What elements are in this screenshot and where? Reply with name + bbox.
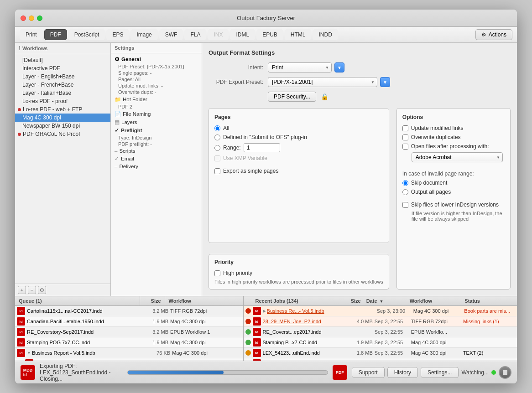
error-icon (245, 319, 251, 324)
support-button[interactable]: Support (352, 367, 385, 378)
workflow-options-button[interactable]: ⚙ (38, 286, 46, 294)
pages-range-label: Range: (223, 145, 241, 151)
priority-note: Files in high priority workflows are pro… (214, 279, 383, 284)
skip-doc-radio[interactable] (402, 180, 408, 186)
tab-pdf[interactable]: PDF (44, 29, 67, 40)
settings-general[interactable]: ⚙ General (111, 55, 202, 63)
settings-sub-single: Single pages: - (111, 70, 202, 76)
settings-button[interactable]: Settings... (421, 367, 459, 378)
settings-hot-folder[interactable]: 📁 Hot Folder (111, 95, 202, 103)
queue-left-list: Id Cartolina115x1...nal-CC2017.indd 3.2 … (15, 306, 244, 361)
error-icon (245, 308, 251, 314)
queue-row[interactable]: Id Cartolina115x1...nal-CC2017.indd 3.2 … (15, 306, 243, 316)
settings-scripts[interactable]: – Scripts (111, 147, 202, 155)
tab-postscript[interactable]: PostScript (68, 29, 105, 40)
recent-job-row[interactable]: Id ▶ Business Re...- Vol.5.indb Sep 3, 2… (244, 306, 517, 316)
indd-icon: Id (253, 307, 261, 315)
recent-job-row[interactable]: Id LEX_54123...uthEnd.indd 1.8 MB Sep 3,… (244, 348, 517, 358)
tab-fla[interactable]: FLA (184, 29, 206, 40)
settings-delivery[interactable]: – Delivery (111, 163, 202, 170)
intent-dropdown-btn[interactable]: ▼ (334, 62, 344, 72)
sidebar-item-pdf-gracol[interactable]: PDF GRACoL No Proof (15, 130, 110, 138)
pdf-preset-select[interactable]: [PDF/X-1a:2001] (268, 77, 377, 87)
open-files-checkbox[interactable] (402, 144, 408, 150)
queue-row[interactable]: Id Stamping POG 7x7-CC.indd 1.9 MB Mag 4… (15, 337, 243, 348)
pdf-security-button[interactable]: PDF Security... (268, 92, 316, 102)
output-all-radio[interactable] (402, 189, 408, 195)
pdf-preset-label: PDF Export Preset: (209, 79, 263, 85)
recent-job-row[interactable]: Id RE_Coverst...ep2017.indd Sep 3, 22:55… (244, 327, 517, 337)
recent-job-row[interactable]: Id Stamping P...x7-CC.indd 1.9 MB Sep 3,… (244, 337, 517, 348)
pages-defined-radio[interactable] (214, 134, 220, 140)
pages-range-input[interactable] (244, 143, 280, 152)
settings-label: Layers (121, 119, 137, 125)
recent-job-row[interactable]: Id 28_29_MEN_Joe_P2.indd 4.0 MB Sep 3, 2… (244, 316, 517, 327)
tab-epub[interactable]: EPUB (256, 29, 283, 40)
file-workflow: EPUB Workflow 1 (170, 329, 241, 335)
intent-select-wrapper: Print (268, 62, 332, 72)
overwrite-dups-checkbox[interactable] (402, 134, 408, 140)
ok-icon (245, 329, 251, 335)
progress-bar (127, 370, 328, 375)
job-status: TEXT (2) (463, 350, 515, 356)
tab-html[interactable]: HTML (285, 29, 312, 40)
sidebar-item-mag4c[interactable]: Mag 4C 300 dpi (15, 114, 110, 122)
settings-sub-dups: Overwrite dups: - (111, 89, 202, 95)
intent-control: Print ▼ (268, 62, 344, 72)
sidebar-item-lores-web[interactable]: Lo-res PDF - web + FTP (15, 105, 110, 114)
update-links-checkbox[interactable] (402, 125, 408, 131)
pages-range-radio[interactable] (214, 145, 220, 151)
sidebar-item-layer-italian[interactable]: Layer - Italian+Base (15, 89, 110, 97)
tab-image[interactable]: Image (130, 29, 157, 40)
job-date: Sep 3, 22:55 (375, 319, 411, 324)
sidebar-item-layer-french[interactable]: Layer - French+Base (15, 81, 110, 89)
sidebar-item-lores-proof[interactable]: Lo-res PDF - proof (15, 97, 110, 105)
open-with-row: Adobe Acrobat (412, 152, 505, 162)
settings-preflight[interactable]: ✓ Preflight (111, 126, 202, 134)
toolbar: Print PDF PostScript EPS Image SWF FLA I… (15, 27, 517, 43)
tab-swf[interactable]: SWF (159, 29, 183, 40)
queue-row[interactable]: Id Canadian-Pacifi...etable-1950.indd 1.… (15, 316, 243, 327)
queue-row[interactable]: Id RE_Coverstory-Sep2017.indd 3.2 MB EPU… (15, 327, 243, 337)
intent-select[interactable]: Print (268, 62, 332, 72)
sidebar-item-interactive-pdf[interactable]: Interactive PDF (15, 64, 110, 72)
indd-icon: Id (17, 307, 25, 315)
remove-workflow-button[interactable]: − (28, 286, 36, 294)
job-date: Sep 3, 22:55 (375, 350, 411, 356)
export-single-checkbox[interactable] (214, 168, 220, 174)
tab-idml[interactable]: IDML (230, 29, 255, 40)
close-button[interactable] (21, 16, 26, 21)
actions-button[interactable]: ⚙ Actions (475, 29, 512, 40)
sidebar-item-label: PDF GRACoL No Proof (23, 131, 80, 137)
sidebar-item-layer-english[interactable]: Layer - English+Base (15, 72, 110, 81)
pdf-preset-dropdown-btn[interactable]: ▼ (380, 77, 390, 87)
add-workflow-button[interactable]: + (18, 286, 26, 294)
indd-icon: Id (253, 349, 261, 357)
stop-button[interactable] (499, 366, 511, 379)
job-workflow: Mag 4C 300 dpi (411, 340, 463, 345)
file-name: Cartolina115x1...nal-CC2017.indd (27, 308, 145, 314)
tab-print[interactable]: Print (20, 29, 43, 40)
maximize-button[interactable] (37, 16, 42, 21)
sidebar-item-newspaper[interactable]: Newspaper BW 150 dpi (15, 122, 110, 130)
pages-all-radio[interactable] (214, 125, 220, 131)
high-priority-checkbox[interactable] (214, 270, 220, 276)
sidebar-item-default[interactable]: [Default] (15, 56, 110, 64)
queue-left-header: Queue (1) Size Workflow (15, 296, 244, 305)
tab-eps[interactable]: EPS (106, 29, 129, 40)
settings-sub-links: Update mod. links: - (111, 83, 202, 89)
open-with-select[interactable]: Adobe Acrobat (412, 152, 503, 162)
invalid-range-group: In case of invalid page range: Skip docu… (402, 171, 505, 198)
skip-files-checkbox[interactable] (402, 202, 408, 208)
pages-defined-label: Defined in "Submit to OFS" plug-in (223, 134, 307, 140)
settings-layers[interactable]: ▤ Layers (111, 118, 202, 126)
high-priority-label: High priority (223, 270, 252, 276)
settings-file-naming[interactable]: 📄 File Naming (111, 110, 202, 118)
minimize-button[interactable] (29, 16, 34, 21)
history-button[interactable]: History (387, 367, 418, 378)
tab-indd[interactable]: INDD (313, 29, 338, 40)
queue-row[interactable]: Id ▼ Business Report - Vol.5.indb 76 KB … (15, 348, 243, 358)
date-label: Date (366, 298, 377, 304)
skip-doc-label: Skip document (411, 180, 447, 186)
settings-email[interactable]: ✓ Email (111, 155, 202, 163)
